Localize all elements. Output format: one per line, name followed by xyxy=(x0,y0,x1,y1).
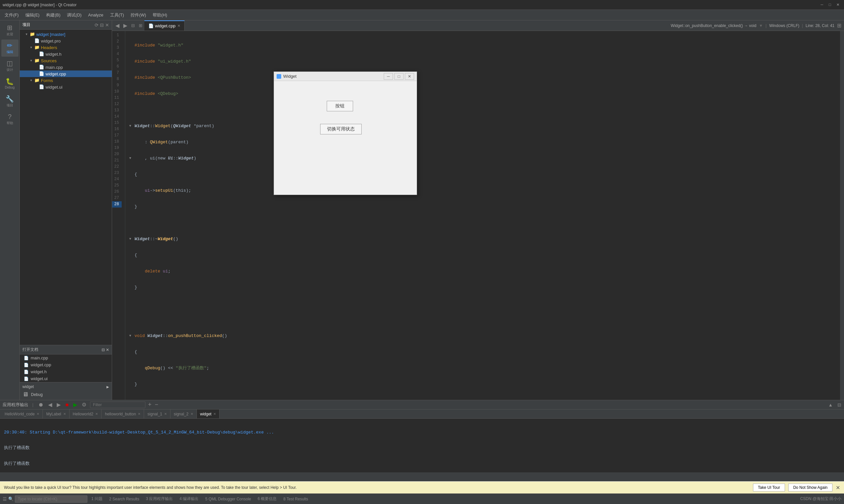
minimize-button[interactable]: ─ xyxy=(819,2,825,7)
btab-close[interactable]: ✕ xyxy=(191,412,193,416)
do-not-show-button[interactable]: Do Not Show Again xyxy=(788,484,832,491)
open-doc-widget-cpp[interactable]: 📄 widget.cpp xyxy=(20,361,112,368)
open-doc-widget-h[interactable]: 📄 widget.h xyxy=(20,368,112,375)
code-text: <QDebug> xyxy=(158,91,178,97)
status-tab-compile[interactable]: 4 编译输出 xyxy=(177,496,201,502)
status-search-input[interactable] xyxy=(15,496,87,503)
open-docs-layout-btn[interactable]: ⊟ xyxy=(102,347,105,352)
btab-signal2[interactable]: signal_2 ✕ xyxy=(170,410,197,419)
menu-analyze[interactable]: Analyze xyxy=(85,11,106,19)
expand-btn[interactable]: ⊞ xyxy=(837,22,841,29)
fold-btn[interactable]: ▼ xyxy=(129,333,134,339)
tree-item-headers[interactable]: ▼ 📁 Headers xyxy=(20,44,112,51)
tree-item-forms[interactable]: ▼ 📁 Forms xyxy=(20,77,112,84)
tab-close-icon[interactable]: ✕ xyxy=(177,24,180,28)
menu-file[interactable]: 文件(F) xyxy=(1,11,22,19)
tree-item-widget-cpp[interactable]: 📄 widget.cpp xyxy=(20,71,112,77)
menu-help[interactable]: 帮助(H) xyxy=(149,11,170,19)
menu-edit[interactable]: 编辑(E) xyxy=(22,11,43,19)
code-editor[interactable]: 1 2 3 4 5 6 7 8 9 10 11 12 13 14 15 16 1… xyxy=(112,31,844,400)
bottom-minus-btn[interactable]: − xyxy=(155,401,159,408)
tab-nav-forward[interactable]: ⊞ xyxy=(137,23,144,28)
editor-vscroll[interactable] xyxy=(840,31,844,400)
activity-debug[interactable]: 🐛 Debug xyxy=(1,75,18,92)
btab-close[interactable]: ✕ xyxy=(213,412,216,416)
bottom-next-btn[interactable]: ▶ xyxy=(56,401,62,408)
status-tab-output[interactable]: 3 应用程序输出 xyxy=(143,496,175,502)
tab-nav-next[interactable]: ▶ xyxy=(121,22,129,29)
activity-welcome[interactable]: ⊞ 欢迎 xyxy=(1,22,18,39)
code-text: Widget xyxy=(178,155,194,161)
panel-close-btn[interactable]: ✕ xyxy=(105,22,109,28)
btab-close[interactable]: ✕ xyxy=(37,412,39,416)
widget-minimize-btn[interactable]: ─ xyxy=(384,73,393,80)
fold-btn[interactable]: ▼ xyxy=(129,155,134,161)
panel-layout-btn[interactable]: ⊟ xyxy=(100,22,104,28)
tree-item-widget-h[interactable]: 📄 widget.h xyxy=(20,51,112,57)
help-icon: ? xyxy=(8,113,12,120)
bottom-green-btn[interactable]: ▶ xyxy=(72,401,78,408)
bottom-run-btn[interactable]: ⏺ xyxy=(37,402,45,408)
btab-helloworld-code[interactable]: HelloWorld_code ✕ xyxy=(1,410,43,419)
btab-close[interactable]: ✕ xyxy=(138,412,140,416)
status-tab-summary[interactable]: 6 概要信息 xyxy=(255,496,279,502)
take-ui-tour-button[interactable]: Take UI Tour xyxy=(753,484,785,491)
bottom-stop-btn[interactable]: ■ xyxy=(64,402,70,408)
code-text: Widget xyxy=(135,236,150,242)
tree-item-widget-ui[interactable]: 📄 widget.ui xyxy=(20,84,112,90)
tab-nav-back[interactable]: ⊟ xyxy=(129,23,137,28)
widget-button-1[interactable]: 按钮 xyxy=(327,101,353,111)
tab-nav-prev[interactable]: ◀ xyxy=(114,22,121,29)
bottom-expand-btn[interactable]: ▲ xyxy=(828,402,833,408)
widget-button-2[interactable]: 切换可用状态 xyxy=(320,124,362,134)
maximize-button[interactable]: □ xyxy=(827,2,833,7)
open-doc-main-cpp[interactable]: 📄 main.cpp xyxy=(20,355,112,361)
tree-item-widget-pro[interactable]: 📄 widget.pro xyxy=(20,38,112,44)
widget-maximize-btn[interactable]: □ xyxy=(394,73,403,80)
mini-panel-expand[interactable]: ▶ xyxy=(106,385,109,389)
activity-help[interactable]: ? 帮助 xyxy=(1,111,18,128)
btab-widget[interactable]: widget ✕ xyxy=(197,410,220,419)
menu-build[interactable]: 构建(B) xyxy=(43,11,64,19)
menu-debug[interactable]: 调试(D) xyxy=(64,11,85,19)
btab-mylabel[interactable]: MyLabel ✕ xyxy=(43,410,69,419)
editor-tab-widget-cpp[interactable]: 📄 widget.cpp ✕ xyxy=(144,20,185,31)
activity-design[interactable]: ◫ 设计 xyxy=(1,57,18,74)
tooltip-close-icon[interactable]: ✕ xyxy=(836,485,840,491)
activity-project[interactable]: 🔧 项目 xyxy=(1,93,18,110)
bottom-collapse-btn[interactable]: ⊟ xyxy=(838,402,841,408)
open-docs-close-btn[interactable]: ✕ xyxy=(106,347,109,352)
widget-preview-window[interactable]: Widget ─ □ ✕ 按钮 切换可用状态 xyxy=(274,71,417,195)
tree-item-sources[interactable]: ▼ 📁 Sources xyxy=(20,57,112,64)
btab-helloworld-button[interactable]: helloworld_button ✕ xyxy=(102,410,144,419)
btab-signal1[interactable]: signal_1 ✕ xyxy=(144,410,170,419)
btab-close[interactable]: ✕ xyxy=(63,412,66,416)
status-tab-search[interactable]: 2 Search Results xyxy=(106,496,142,502)
tree-item-main-cpp[interactable]: 📄 main.cpp xyxy=(20,64,112,71)
btab-label: signal_2 xyxy=(174,412,189,416)
panel-sync-btn[interactable]: ⟳ xyxy=(94,22,99,28)
widget-close-btn[interactable]: ✕ xyxy=(405,73,414,80)
menu-controls[interactable]: 控件(W) xyxy=(127,11,149,19)
line-num-24: 24 xyxy=(112,176,122,182)
activity-edit[interactable]: ✏ 编辑 xyxy=(1,39,18,57)
fold-btn[interactable]: ▼ xyxy=(129,123,134,129)
tree-item-widget-master[interactable]: ▼ 📁 widget [master] xyxy=(20,31,112,38)
menu-tools[interactable]: 工具(T) xyxy=(107,11,127,19)
bottom-filter-input[interactable] xyxy=(90,401,145,408)
btab-close[interactable]: ✕ xyxy=(95,412,98,416)
status-tab-problems[interactable]: 1 问题 xyxy=(89,496,105,502)
code-content[interactable]: #include "widget.h" #include "ui_widget.… xyxy=(125,31,840,400)
close-button[interactable]: ✕ xyxy=(835,2,841,7)
status-hamburger-icon[interactable]: ☰ xyxy=(3,497,7,502)
bottom-prev-btn[interactable]: ◀ xyxy=(47,401,53,408)
status-tab-qml[interactable]: 5 QML Debugger Console xyxy=(203,496,254,502)
btab-helloworld2[interactable]: Helloworld2 ✕ xyxy=(70,410,102,419)
status-tab-test[interactable]: 8 Test Results xyxy=(280,496,311,502)
btab-close[interactable]: ✕ xyxy=(164,412,167,416)
open-doc-widget-ui[interactable]: 📄 widget.ui xyxy=(20,375,112,382)
bottom-plus-btn[interactable]: + xyxy=(148,401,152,408)
bottom-settings-btn[interactable]: ⚙ xyxy=(81,401,87,408)
fold-btn[interactable]: ▼ xyxy=(129,236,134,242)
output-link[interactable]: 20:30:40: Starting D:\qt-framework\build… xyxy=(4,430,274,435)
